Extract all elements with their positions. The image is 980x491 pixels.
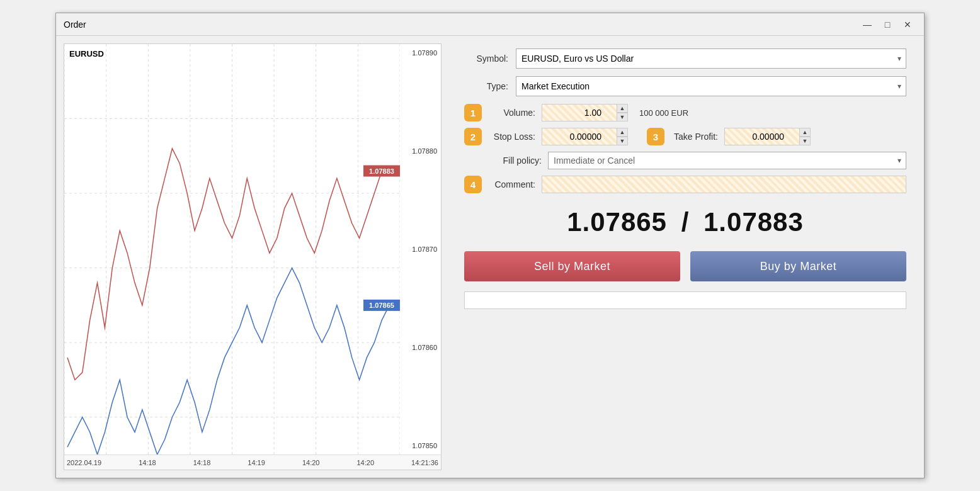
volume-input-wrap: ▲ ▼ xyxy=(542,104,628,121)
take-profit-input-wrap: ▲ ▼ xyxy=(724,128,811,145)
comment-input[interactable] xyxy=(542,176,906,193)
bid-price: 1.07865 xyxy=(567,207,667,237)
time-label-3: 14:18 xyxy=(193,459,211,466)
sl-tp-row: 2 Stop Loss: ▲ ▼ 3 Take Profit: xyxy=(464,128,906,145)
time-label-5: 14:20 xyxy=(302,459,320,466)
price-chart xyxy=(64,44,400,454)
time-label-4: 14:19 xyxy=(248,459,265,466)
window-controls: — □ ✕ xyxy=(858,17,916,32)
take-profit-badge: 3 xyxy=(647,128,664,145)
time-label-1: 2022.04.19 xyxy=(67,459,101,466)
y-label-1: 1.07890 xyxy=(401,49,440,57)
comment-label: Comment: xyxy=(488,179,535,189)
stop-loss-input[interactable] xyxy=(542,128,617,145)
volume-up-button[interactable]: ▲ xyxy=(617,104,628,113)
time-label-6: 14:20 xyxy=(357,459,375,466)
symbol-row: Symbol: EURUSD, Euro vs US Dollar ▾ xyxy=(464,48,906,69)
chart-panel: EURUSD 1.07890 1.07880 1.07870 1.07860 1… xyxy=(64,43,442,470)
status-bar xyxy=(464,291,906,309)
take-profit-label: Take Profit: xyxy=(671,132,718,142)
maximize-button[interactable]: □ xyxy=(879,17,896,32)
symbol-select-wrapper: EURUSD, Euro vs US Dollar ▾ xyxy=(516,48,906,69)
order-panel: Symbol: EURUSD, Euro vs US Dollar ▾ Type… xyxy=(454,43,916,470)
price-separator: / xyxy=(681,207,690,237)
fill-policy-select-wrapper: Immediate or Cancel ▾ xyxy=(548,152,906,169)
time-label-7: 14:21:36 xyxy=(411,459,438,466)
price-display: 1.07865 / 1.07883 xyxy=(464,201,906,244)
title-bar: Order — □ ✕ xyxy=(56,13,924,36)
buy-by-market-button[interactable]: Buy by Market xyxy=(690,251,906,281)
stop-loss-label: Stop Loss: xyxy=(488,132,535,142)
sell-by-market-button[interactable]: Sell by Market xyxy=(464,251,680,281)
fields-section: 1 Volume: ▲ ▼ 100 000 EUR 2 Stop Loss: xyxy=(464,104,906,193)
order-window: Order — □ ✕ EURUSD 1.07890 1.07880 1.078… xyxy=(55,13,925,478)
window-title: Order xyxy=(64,20,86,30)
chart-y-axis: 1.07890 1.07880 1.07870 1.07860 1.07850 xyxy=(400,44,441,454)
time-label-2: 14:18 xyxy=(139,459,156,466)
fill-policy-label: Fill policy: xyxy=(494,155,542,166)
minimize-button[interactable]: — xyxy=(858,17,876,32)
stop-loss-spin: ▲ ▼ xyxy=(617,128,628,145)
ask-price: 1.07883 xyxy=(704,207,804,237)
chart-container: 1.07890 1.07880 1.07870 1.07860 1.07850 xyxy=(64,44,441,454)
stop-loss-up-button[interactable]: ▲ xyxy=(617,128,628,137)
chart-symbol-label: EURUSD xyxy=(69,49,104,59)
type-select-wrapper: Market Execution ▾ xyxy=(516,76,906,96)
comment-row: 4 Comment: xyxy=(464,176,906,193)
stop-loss-badge: 2 xyxy=(464,128,482,145)
volume-row: 1 Volume: ▲ ▼ 100 000 EUR xyxy=(464,104,906,121)
volume-down-button[interactable]: ▼ xyxy=(617,113,628,121)
stop-loss-input-wrap: ▲ ▼ xyxy=(542,128,628,145)
chart-time-axis: 2022.04.19 14:18 14:18 14:19 14:20 14:20… xyxy=(64,454,441,470)
symbol-select[interactable]: EURUSD, Euro vs US Dollar xyxy=(516,48,906,69)
take-profit-spin: ▲ ▼ xyxy=(799,128,811,145)
type-select[interactable]: Market Execution xyxy=(516,76,906,96)
comment-badge: 4 xyxy=(464,176,482,193)
volume-label: Volume: xyxy=(488,108,535,118)
take-profit-down-button[interactable]: ▼ xyxy=(799,137,811,145)
fill-policy-select[interactable]: Immediate or Cancel xyxy=(548,152,906,169)
close-button[interactable]: ✕ xyxy=(899,17,916,32)
stop-loss-down-button[interactable]: ▼ xyxy=(617,137,628,145)
fill-policy-row: Fill policy: Immediate or Cancel ▾ xyxy=(464,152,906,169)
volume-unit: 100 000 EUR xyxy=(639,108,688,118)
take-profit-up-button[interactable]: ▲ xyxy=(799,128,811,137)
y-label-3: 1.07870 xyxy=(401,246,440,253)
title-bar-left: Order xyxy=(64,20,86,30)
main-content: EURUSD 1.07890 1.07880 1.07870 1.07860 1… xyxy=(56,36,924,478)
y-label-4: 1.07860 xyxy=(401,344,440,351)
volume-badge: 1 xyxy=(464,104,482,121)
y-label-2: 1.07880 xyxy=(401,147,440,155)
volume-spin: ▲ ▼ xyxy=(617,104,628,121)
type-label: Type: xyxy=(464,81,508,91)
take-profit-input[interactable] xyxy=(724,128,800,145)
action-buttons: Sell by Market Buy by Market xyxy=(464,251,906,281)
symbol-label: Symbol: xyxy=(464,54,508,64)
type-row: Type: Market Execution ▾ xyxy=(464,76,906,96)
volume-input[interactable] xyxy=(542,104,617,121)
y-label-5: 1.07850 xyxy=(401,442,440,449)
